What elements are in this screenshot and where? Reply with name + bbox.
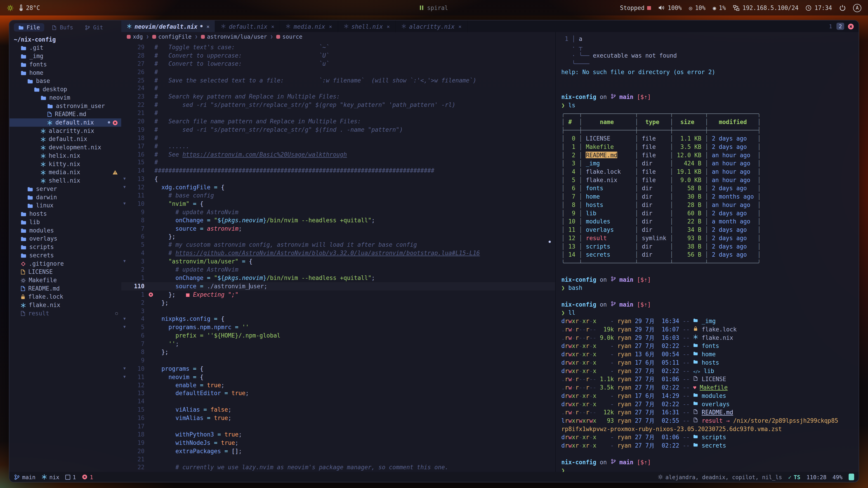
tree-item-kitty.nix[interactable]: kitty.nix [9,160,121,168]
tree-item-desktop[interactable]: desktop [9,85,121,94]
tree-item-label: _img [29,52,43,60]
tree-item-label: secrets [29,251,54,260]
tree-item-neovim[interactable]: neovim [9,94,121,102]
code-text: prefix = ''${HOME}/.npm-global [154,331,280,339]
fold-icon[interactable]: ▼ [121,373,128,381]
tree-item-astronvim_user[interactable]: astronvim_user [9,102,121,110]
tree-item-label: darwin [36,193,57,201]
explorer-tab-git[interactable]: Git [81,23,107,32]
editor-line: ▼12 xdg.configFile = { [121,183,555,191]
tree-item-.git[interactable]: .git [9,43,121,52]
nix-gear-icon[interactable] [6,4,14,11]
tree-item-shell.nix[interactable]: shell.nix [9,176,121,185]
tree-item-media.nix[interactable]: media.nix [9,168,121,176]
tree-item-Makefile[interactable]: Makefile [9,276,121,285]
code-text: # Convert to lowercase: `u` [154,60,329,68]
breadcrumb: xdg❯configFile❯astronvim/lua/user❯source [121,32,555,41]
diagnostic-error-segment[interactable]: 1 [82,474,93,480]
fold-icon[interactable]: ▼ [121,200,128,208]
close-tab-icon[interactable]: ✕ [458,24,461,29]
breadcrumb-label: source [282,34,302,40]
buffer-tab-neovim/default.nix[interactable]: neovim/default.nix●✕ [121,21,215,32]
fold-icon[interactable]: ▼ [121,175,128,183]
fold-icon[interactable]: ▼ [121,364,128,372]
code-text: # sed -ri "s/pattern_str/replace_str/g" … [154,101,455,109]
media-player-widget[interactable]: Stopped [620,4,651,11]
tree-item-default.nix[interactable]: default.nix [9,135,121,143]
volume-widget[interactable]: 100% [658,4,682,11]
tree-item-flake.lock[interactable]: flake.lock [9,293,121,301]
explorer-tab-bufs[interactable]: Bufs [47,23,78,32]
terminal-pane[interactable]: 1 │ a · ┬ · ╰── executable was not found… [556,32,857,472]
tree-item-darwin[interactable]: darwin [9,193,121,201]
tabpage-1[interactable]: 1 [827,23,835,30]
breadcrumb-item-astronvim/lua/user[interactable]: astronvim/lua/user [201,34,267,40]
line-number: 1 [128,274,147,282]
buffer-tab-shell.nix[interactable]: shell.nix✕ [338,21,396,32]
tree-item-lib[interactable]: lib [9,218,121,226]
tree-item-modules[interactable]: modules [9,226,121,235]
sign-column [147,126,154,134]
line-number: 3 [128,307,147,315]
tree-item-alacritty.nix[interactable]: alacritty.nix [9,127,121,135]
buffer-tab-default.nix[interactable]: default.nix✕ [216,21,280,32]
tabpage-2[interactable]: 2 [837,23,844,30]
buffer-tab-media.nix[interactable]: media.nix✕ [280,21,338,32]
tree-item-helix.nix[interactable]: helix.nix [9,152,121,160]
tree-item-development.nix[interactable]: development.nix [9,143,121,152]
buffer-tab-alacritty.nix[interactable]: alacritty.nix✕ [396,21,467,32]
close-tab-icon[interactable]: ✕ [329,24,332,29]
close-window-icon[interactable] [847,23,854,30]
cpu-widget[interactable]: ◉ 1% [713,4,726,11]
temperature-widget[interactable]: 28°C [19,4,40,11]
breadcrumb-item-source[interactable]: source [276,34,302,40]
tree-item-linux[interactable]: linux [9,201,121,210]
sign-column [147,68,154,76]
disk-widget[interactable]: ◎ 10% [689,4,706,11]
close-tab-icon[interactable]: ✕ [271,24,274,29]
fold-icon[interactable]: ▼ [121,323,128,331]
editor-line: ▼10 "nvim" = { [121,200,555,208]
explorer-tab-file[interactable]: File [14,23,44,32]
table-row: │ 1 │ Makefile │ file │ 3.5 KB │ 2 days … [561,143,857,151]
breadcrumb-item-xdg[interactable]: xdg [127,34,143,40]
tree-item-overlays[interactable]: overlays [9,234,121,243]
fold-icon[interactable]: ▼ [121,257,128,265]
shell-prompt: nix-config on main [$⇡] [561,93,857,101]
keyboard-layout-indicator[interactable]: A [853,4,862,12]
close-tab-icon[interactable]: ✕ [387,24,390,29]
line-number: 11 [128,373,147,381]
tree-item-result[interactable]: result○ [9,309,121,318]
fold-icon[interactable]: ▼ [121,183,128,191]
close-tab-icon[interactable]: ✕ [207,24,210,29]
file-tree[interactable]: ~/nix-config.git_imgfontshomebasedesktop… [9,35,121,318]
code-editor[interactable]: 29# Toggle text's case: `~`28# Convert t… [121,41,555,472]
editor-line: 17 [121,422,555,430]
tree-item-.gitignore[interactable]: .gitignore [9,260,121,268]
tree-item-_img[interactable]: _img [9,52,121,60]
tree-item-home[interactable]: home [9,69,121,77]
tree-item-default.nix[interactable]: default.nix● [9,119,121,127]
tree-item-~/nix-config[interactable]: ~/nix-config [9,35,121,44]
breadcrumb-item-configFile[interactable]: configFile [152,34,191,40]
git-branch-segment[interactable]: main [14,474,35,480]
tree-item-hosts[interactable]: hosts [9,210,121,218]
power-icon[interactable] [839,4,846,11]
tree-item-server[interactable]: server [9,185,121,193]
tree-item-secrets[interactable]: secrets [9,251,121,260]
tree-item-fonts[interactable]: fonts [9,60,121,69]
code-text: programs = { [154,364,204,372]
tree-item-README.md[interactable]: README.md [9,285,121,293]
line-number: 27 [128,60,147,68]
line-number: 8 [128,216,147,224]
clock-widget[interactable]: 17:34 [806,4,832,11]
tree-item-scripts[interactable]: scripts [9,243,121,251]
tree-item-README.md[interactable]: README.md [9,110,121,119]
tree-item-base[interactable]: base [9,77,121,85]
network-widget[interactable]: 192.168.5.100/24 [733,4,798,11]
tree-item-flake.nix[interactable]: flake.nix [9,301,121,309]
tree-item-LICENSE[interactable]: LICENSE [9,268,121,276]
diagnostic-info-segment[interactable]: 1 [65,474,76,480]
fold-icon[interactable]: ▼ [121,315,128,323]
workspace-indicator[interactable]: spiral [420,4,448,11]
